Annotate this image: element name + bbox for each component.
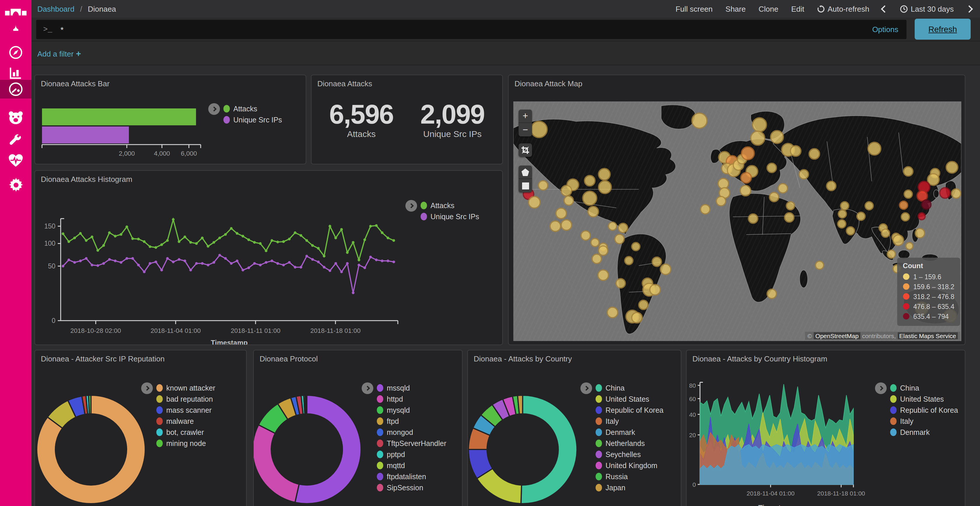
menu-item-full-screen[interactable]: Full screen [676,5,713,13]
legend-item[interactable]: malware [156,416,215,427]
legend-item[interactable]: United Kingdom [596,460,663,471]
legend-item[interactable]: mongod [377,427,446,438]
sidebar-item-visualize[interactable] [0,65,32,81]
legend-item[interactable]: mass scanner [156,404,215,416]
menu-item-share[interactable]: Share [725,5,746,13]
zoom-in-button[interactable]: + [519,109,532,123]
legend-toggle-button[interactable] [406,200,417,212]
add-filter-link[interactable]: Add a filter+ [37,48,81,58]
world-map[interactable]: + − Count 1 – 159.6159.6 – 318.2318.2 – … [513,102,961,341]
draw-polygon-button[interactable] [519,165,532,179]
legend-item[interactable]: Attacks [421,200,479,211]
legend-item[interactable]: China [890,382,958,393]
legend-label: known attacker [166,384,215,392]
refresh-button[interactable]: Refresh [915,19,970,40]
time-forward-button[interactable] [967,6,972,11]
panel-title: Dionaea Attacks [312,75,502,88]
attack-dot [608,221,617,230]
legend-item[interactable]: Russia [596,471,663,482]
map-legend-item: 159.6 – 318.2 [903,282,955,292]
map-legend-item: 1 – 159.6 [903,272,955,282]
legend-label: mssqld [387,384,410,392]
legend-item[interactable]: pptpd [377,449,446,460]
legend-item[interactable]: Netherlands [596,438,663,449]
legend-item[interactable]: bad reputation [156,393,215,404]
menu-item-clone[interactable]: Clone [759,5,778,13]
options-link[interactable]: Options [872,25,898,34]
time-back-button[interactable] [882,6,888,11]
legend-item[interactable]: Republic of Korea [890,404,958,416]
legend-item[interactable]: Republic of Korea [596,404,663,416]
legend-item[interactable]: Japan [596,482,663,493]
legend-item[interactable]: TftpServerHandler [377,438,446,449]
legend-item[interactable]: bot, crawler [156,427,215,438]
legend-color-dot [156,395,163,403]
attack-dot [582,190,597,206]
legend-label: pptpd [387,450,405,458]
legend-item[interactable]: United States [890,393,958,404]
legend-color-dot [156,428,163,436]
legend-item[interactable]: ftpd [377,416,446,427]
legend-item[interactable]: mining node [156,438,215,449]
legend-toggle-button[interactable] [362,382,373,394]
filter-bar: Add a filter+ [0,41,980,65]
sidebar-item-tpot[interactable] [0,110,32,125]
zoom-out-button[interactable]: − [519,123,532,136]
attack-dot [904,189,913,198]
legend-item[interactable]: httpd [377,393,446,404]
legend-item[interactable]: SipSession [377,482,446,493]
legend-item[interactable]: mysqld [377,404,446,416]
sidebar-item-dashboard[interactable] [0,80,32,98]
legend-item[interactable]: Unique Src IPs [421,211,479,222]
legend-item[interactable]: ftpdatalisten [377,471,446,482]
legend-item[interactable]: Seychelles [596,449,663,460]
legend-toggle-button[interactable] [141,382,153,394]
crop-tool-button[interactable] [519,143,532,157]
sidebar-item-devtools[interactable] [0,133,32,148]
legend-item[interactable]: known attacker [156,382,215,393]
legend-color-dot [596,473,602,481]
sidebar-item-monitoring[interactable] [0,153,32,168]
menu-item-edit[interactable]: Edit [791,5,804,13]
legend-item[interactable]: Italy [596,416,663,427]
time-range-picker[interactable]: Last 30 days [900,5,954,13]
search-input[interactable]: >_ * Options [36,20,907,39]
attack-dot [740,185,751,197]
attack-dot [638,300,649,310]
metric: 2,099Unique Src IPs [420,98,484,139]
draw-rectangle-button[interactable] [519,179,532,192]
attack-dot [769,192,780,203]
legend-toggle-button[interactable] [208,103,220,115]
legend-toggle-button[interactable] [875,382,887,394]
legend-item[interactable]: United States [596,393,663,404]
legend-color-dot [596,462,602,469]
osm-link[interactable]: OpenStreetMap [814,332,861,339]
attack-dot [632,242,641,251]
ems-link[interactable]: Elastic Maps Service [897,332,958,339]
legend-item[interactable]: Italy [890,416,958,427]
bear-icon [8,111,23,125]
legend-item[interactable]: China [596,382,663,393]
reputation-donut-chart [34,391,150,506]
legend-item[interactable]: Denmark [890,427,958,438]
legend-item[interactable]: mssqld [377,382,446,393]
legend-item[interactable]: Denmark [596,427,663,438]
legend-item[interactable]: Attacks [223,103,282,114]
legend-label: China [606,384,624,392]
breadcrumb-dashboard-link[interactable]: Dashboard [37,5,75,13]
sidebar-item-discover[interactable] [0,45,32,60]
plus-icon: + [76,48,81,58]
legend-item[interactable]: mqttd [377,460,446,471]
legend-color-dot [890,406,897,414]
legend-color-dot [377,406,383,414]
refresh-cycle-icon [817,5,824,13]
legend-color-dot [596,417,602,425]
svg-text:40: 40 [689,411,696,418]
protocol-donut-chart [253,391,365,506]
legend-toggle-button[interactable] [581,382,592,394]
auto-refresh-button[interactable]: Auto-refresh [817,5,869,13]
sidebar-item-management[interactable] [0,177,32,192]
legend-color-dot [596,406,602,414]
legend-color-dot [596,428,602,436]
legend-item[interactable]: Unique Src IPs [223,114,282,125]
